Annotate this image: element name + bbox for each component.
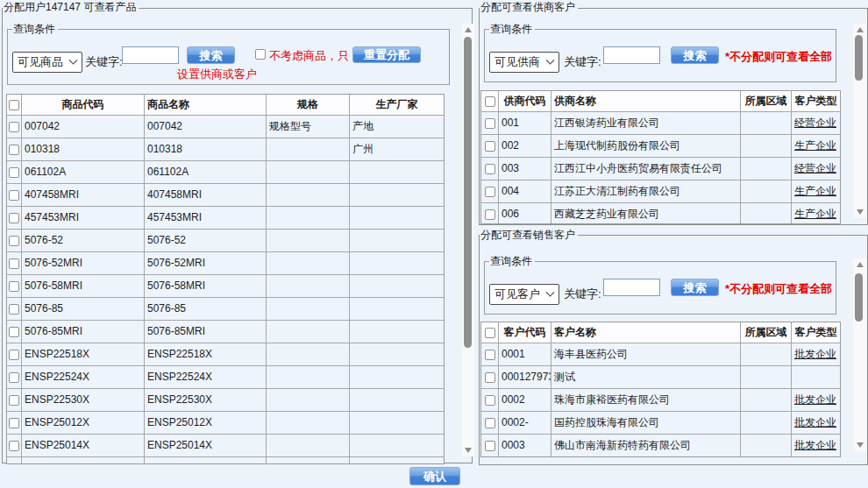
reset-assignment-button[interactable]: 重置分配: [352, 46, 421, 63]
table-cell: 江苏正大清江制药有限公司: [551, 180, 741, 203]
table-cell: [741, 435, 792, 457]
table-cell: 006: [499, 203, 551, 224]
table-cell: 5076-85: [22, 298, 145, 321]
products-query-legend: 查询条件: [12, 23, 58, 36]
table-cell: 5076-85MRI: [22, 321, 145, 343]
row-checkbox[interactable]: [485, 441, 495, 451]
suppliers-scrollbar-thumb[interactable]: [855, 35, 863, 81]
suppliers-table: 供商代码供商名称所属区域客户类型001江西银涛药业有限公司经营企业002上海现代…: [480, 90, 841, 224]
table-cell: [792, 366, 840, 389]
table-cell: [145, 457, 267, 464]
customers-search-button[interactable]: 搜索: [671, 279, 719, 296]
row-checkbox[interactable]: [485, 187, 495, 197]
customers-keyword-label: 关键字:: [564, 286, 601, 302]
table-row: 407458MRI407458MRI: [7, 184, 444, 207]
column-header: 生产厂家: [350, 95, 444, 116]
suppliers-visibility-select[interactable]: 可见供商: [489, 52, 559, 73]
table-header-row: 供商代码供商名称所属区域客户类型: [481, 91, 840, 112]
row-checkbox[interactable]: [9, 145, 19, 155]
table-cell: 0003: [499, 435, 551, 457]
row-checkbox[interactable]: [485, 350, 495, 360]
table-cell: 5076-52MRI: [22, 252, 145, 275]
row-checkbox[interactable]: [485, 141, 495, 152]
table-cell: [350, 207, 444, 230]
row-checkbox[interactable]: [9, 281, 19, 292]
scroll-up-icon[interactable]: [465, 27, 472, 32]
row-checkbox[interactable]: [9, 236, 19, 246]
select-all-checkbox[interactable]: [9, 100, 19, 110]
products-keyword-input[interactable]: [122, 46, 179, 64]
table-row: 5076-52MRI5076-52MRI: [7, 252, 444, 275]
table-row: 0003佛山市南海新药特药有限公司批发企业: [481, 435, 840, 457]
products-scrollbar-thumb[interactable]: [464, 37, 472, 348]
suppliers-keyword-input[interactable]: [603, 46, 660, 64]
row-checkbox[interactable]: [9, 304, 19, 315]
table-row: ENSP25014XENSP25014X: [7, 435, 444, 457]
table-cell: 5076-52: [22, 230, 145, 252]
table-row: 001江西银涛药业有限公司经营企业: [481, 112, 840, 135]
row-checkbox[interactable]: [485, 209, 495, 220]
table-cell: ENSP22530X: [22, 389, 145, 412]
table-row: 5076-525076-52: [7, 230, 444, 252]
row-checkbox[interactable]: [485, 395, 495, 406]
column-header: 供商代码: [499, 91, 551, 112]
row-checkbox[interactable]: [9, 190, 19, 201]
products-scrollbar[interactable]: [462, 24, 474, 456]
table-cell: [741, 366, 792, 389]
row-checkbox[interactable]: [9, 418, 19, 428]
table-cell: 批发企业: [792, 412, 840, 435]
row-checkbox[interactable]: [9, 213, 19, 223]
row-checkbox[interactable]: [9, 350, 19, 360]
table-cell: 5076-85: [145, 298, 267, 321]
confirm-button[interactable]: 确认: [409, 467, 460, 485]
select-all-checkbox[interactable]: [485, 328, 495, 338]
ignore-products-checkbox[interactable]: [255, 49, 266, 60]
table-cell: 规格型号: [267, 116, 350, 138]
table-cell: 生产企业: [792, 180, 840, 203]
scroll-down-icon[interactable]: [857, 442, 864, 448]
scroll-up-icon[interactable]: [857, 27, 864, 32]
table-cell: [267, 366, 350, 389]
row-checkbox[interactable]: [9, 258, 19, 269]
products-visibility-select[interactable]: 可见商品: [12, 52, 82, 73]
products-search-button[interactable]: 搜索: [187, 46, 235, 64]
table-cell: 国药控股珠海有限公司: [551, 412, 741, 435]
row-checkbox[interactable]: [9, 395, 19, 406]
customers-scrollbar[interactable]: [853, 258, 866, 451]
scroll-up-icon[interactable]: [857, 262, 864, 267]
row-checkbox[interactable]: [485, 118, 495, 129]
customers-scrollbar-thumb[interactable]: [855, 273, 863, 322]
row-checkbox[interactable]: [9, 441, 19, 451]
table-cell: [267, 298, 350, 321]
table-cell: 批发企业: [792, 389, 840, 412]
suppliers-search-button[interactable]: 搜索: [671, 46, 719, 64]
row-checkbox[interactable]: [485, 164, 495, 174]
table-cell: [267, 161, 350, 184]
scroll-down-icon[interactable]: [465, 448, 472, 453]
row-checkbox[interactable]: [485, 372, 495, 383]
table-cell: [741, 343, 792, 366]
row-checkbox[interactable]: [485, 418, 495, 428]
table-cell: ENSP25012X: [22, 412, 145, 435]
column-header: 商品名称: [145, 95, 267, 116]
table-row: 007042007042规格型号产地: [7, 116, 444, 138]
customers-keyword-input[interactable]: [603, 279, 660, 296]
suppliers-scrollbar[interactable]: [853, 24, 866, 218]
table-cell: 佛山市南海新药特药有限公司: [551, 435, 741, 457]
column-header: 客户代码: [499, 322, 551, 343]
table-cell: 0001: [499, 343, 551, 366]
row-checkbox[interactable]: [9, 372, 19, 383]
table-cell: 生产企业: [792, 135, 840, 158]
table-cell: ENSP22518X: [22, 343, 145, 366]
table-cell: 061102A: [22, 161, 145, 184]
customers-visibility-select[interactable]: 可见客户: [489, 284, 559, 305]
table-cell: 407458MRI: [145, 184, 267, 207]
table-cell: [741, 158, 792, 180]
scroll-down-icon[interactable]: [857, 209, 864, 215]
row-checkbox[interactable]: [9, 167, 19, 178]
table-cell: 海丰县医药公司: [551, 343, 741, 366]
row-checkbox[interactable]: [9, 122, 19, 132]
row-checkbox[interactable]: [9, 327, 19, 337]
select-all-checkbox[interactable]: [485, 96, 495, 107]
table-row: 006西藏芝芝药业有限公司生产企业: [481, 203, 840, 224]
